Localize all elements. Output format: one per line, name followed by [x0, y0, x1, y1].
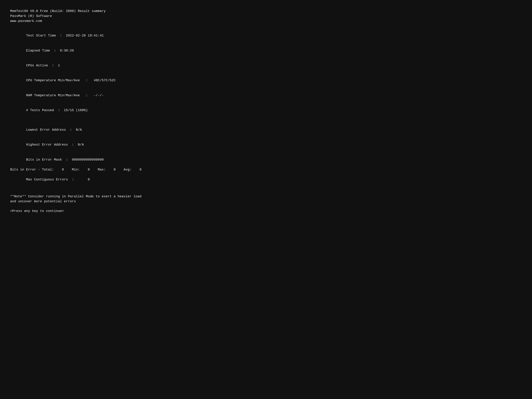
- max-contiguous-label: Max Contiguous Errors: [26, 178, 68, 181]
- note-line1: **Note** Consider running in Parallel Mo…: [10, 194, 141, 199]
- note-line2: and uncover more potential errors: [10, 199, 141, 204]
- max-contiguous: Max Contiguous Errors : 0: [10, 172, 141, 187]
- highest-error-label: Highest Error Address: [26, 143, 68, 146]
- ram-temp-label: RAM Temperature Min/Max/Ave: [26, 94, 80, 97]
- content-area: MemTest86 V9.0 Free (Build: 2000) Result…: [10, 9, 141, 216]
- cpus-active-label: CPUs Active: [26, 64, 48, 67]
- test-info-section: Test Start Time : 2022-02-28 19:41:41 El…: [10, 28, 141, 118]
- lowest-error-label: Lowest Error Address: [26, 128, 66, 132]
- title-line1: MemTest86 V9.0 Free (Build: 2000) Result…: [10, 9, 141, 14]
- ram-temp-value: -/-/-: [94, 94, 104, 97]
- press-any-key-section: <Press any key to continue>: [10, 209, 141, 214]
- test-start-time-label: Test Start Time: [26, 34, 56, 38]
- bits-mask: Bits in Error Mask : 0000000000000000: [10, 152, 141, 167]
- tests-passed: # Tests Passed : 15/15 (100%): [10, 103, 141, 118]
- cpu-temp-label: CPU Temperature Min/Max/Ave: [26, 79, 80, 82]
- title-line2: PassMark (R) Software: [10, 14, 141, 19]
- cpu-temp: CPU Temperature Min/Max/Ave : 48C/57C/52…: [10, 73, 141, 88]
- bits-mask-value: 0000000000000000: [72, 158, 104, 162]
- ram-temp: RAM Temperature Min/Max/Ave : -/-/-: [10, 88, 141, 103]
- cpus-active: CPUs Active : 1: [10, 58, 141, 73]
- press-any-key[interactable]: <Press any key to continue>: [10, 209, 141, 214]
- highest-error: Highest Error Address : N/A: [10, 137, 141, 152]
- test-start-time-value: 2022-02-28 19:41:41: [66, 34, 104, 38]
- cpu-temp-value: 48C/57C/52C: [94, 79, 116, 82]
- bits-error-line: Bits in Error - Total: 0 Min: 0 Max: 0 A…: [10, 167, 141, 172]
- bits-mask-label: Bits in Error Mask: [26, 158, 62, 162]
- error-section: Lowest Error Address : N/A Highest Error…: [10, 122, 141, 187]
- title-section: MemTest86 V9.0 Free (Build: 2000) Result…: [10, 9, 141, 24]
- tests-passed-value: 15/15 (100%): [64, 108, 88, 112]
- lowest-error-value: N/A: [76, 128, 82, 132]
- elapsed-time-value: 0:30:20: [60, 49, 74, 52]
- title-line3: www.passmark.com: [10, 19, 141, 24]
- cpus-active-value: 1: [58, 64, 60, 67]
- lowest-error: Lowest Error Address : N/A: [10, 122, 141, 137]
- highest-error-value: N/A: [78, 143, 84, 146]
- elapsed-time-label: Elapsed Time: [26, 49, 50, 52]
- elapsed-time: Elapsed Time : 0:30:20: [10, 43, 141, 58]
- tests-passed-label: # Tests Passed: [26, 108, 54, 112]
- test-start-time: Test Start Time : 2022-02-28 19:41:41: [10, 28, 141, 43]
- max-contiguous-value: 0: [88, 178, 90, 181]
- screen: MemTest86 V9.0 Free (Build: 2000) Result…: [0, 0, 532, 399]
- note-section: **Note** Consider running in Parallel Mo…: [10, 194, 141, 204]
